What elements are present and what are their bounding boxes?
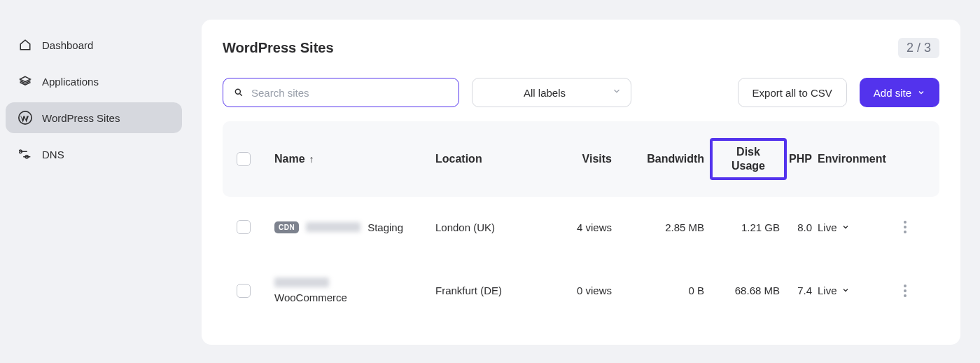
sidebar-item-dns[interactable]: DNS (6, 139, 182, 170)
export-csv-button[interactable]: Export all to CSV (738, 78, 847, 107)
sidebar-item-label: DNS (42, 149, 64, 160)
labels-select[interactable]: All labels (472, 78, 631, 107)
sites-table: Name ↑ Location Visits Bandwidth Disk Us… (223, 121, 939, 324)
sidebar-item-label: Applications (42, 76, 99, 88)
row-checkbox[interactable] (237, 220, 251, 234)
sidebar-item-wordpress-sites[interactable]: WordPress Sites (6, 102, 182, 133)
sidebar-item-dashboard[interactable]: Dashboard (6, 29, 182, 60)
cdn-badge: CDN (274, 221, 299, 233)
column-header-php[interactable]: PHP (787, 153, 818, 165)
card-header: WordPress Sites 2 / 3 (223, 38, 939, 58)
redacted-site-name (306, 222, 360, 232)
environment-select[interactable]: Live (818, 221, 850, 233)
cell-bandwidth: 0 B (626, 285, 710, 296)
wordpress-icon (18, 111, 32, 125)
labels-select-value: All labels (524, 87, 566, 99)
sites-card: WordPress Sites 2 / 3 All labels (202, 20, 960, 345)
sidebar-item-label: WordPress Sites (42, 112, 120, 124)
chevron-down-icon (917, 87, 925, 99)
main-content: WordPress Sites 2 / 3 All labels (188, 0, 980, 363)
column-header-bandwidth[interactable]: Bandwidth (626, 153, 710, 165)
column-header-location[interactable]: Location (435, 153, 533, 165)
search-icon (234, 88, 244, 97)
table-header: Name ↑ Location Visits Bandwidth Disk Us… (223, 121, 939, 197)
layers-icon (18, 74, 32, 88)
page-title: WordPress Sites (223, 40, 334, 56)
cell-visits: 4 views (533, 221, 626, 233)
search-wrap (223, 78, 459, 107)
add-site-label: Add site (874, 87, 911, 99)
redacted-site-name (274, 278, 329, 287)
cell-location: London (UK) (435, 221, 533, 233)
toolbar: All labels Export all to CSV Add site (223, 78, 939, 107)
dns-icon (18, 147, 32, 161)
column-header-disk-usage[interactable]: Disk Usage (710, 138, 787, 180)
cell-php: 8.0 (787, 221, 818, 233)
row-checkbox[interactable] (237, 284, 251, 298)
environment-select[interactable]: Live (818, 285, 850, 296)
sidebar-item-applications[interactable]: Applications (6, 66, 182, 97)
cell-disk-usage: 68.68 MB (710, 285, 787, 296)
search-input[interactable] (223, 78, 459, 107)
table-row: WooCommerce Frankfurt (DE) 0 views 0 B 6… (223, 258, 939, 324)
chevron-down-icon (841, 221, 850, 233)
row-actions-menu[interactable] (895, 280, 916, 301)
table-row: CDN Staging London (UK) 4 views 2.85 MB … (223, 197, 939, 258)
column-header-name[interactable]: Name ↑ (274, 153, 435, 165)
sidebar: Dashboard Applications WordPress Sites D… (0, 0, 188, 363)
column-header-visits[interactable]: Visits (533, 153, 626, 165)
cell-disk-usage: 1.21 GB (710, 221, 787, 233)
sort-ascending-icon: ↑ (309, 153, 314, 165)
site-counter: 2 / 3 (898, 38, 939, 58)
chevron-down-icon (841, 285, 850, 296)
column-header-environment[interactable]: Environment (818, 153, 895, 165)
home-icon (18, 38, 32, 52)
cell-php: 7.4 (787, 285, 818, 296)
cell-bandwidth: 2.85 MB (626, 221, 710, 233)
cell-visits: 0 views (533, 285, 626, 296)
sidebar-item-label: Dashboard (42, 39, 93, 51)
row-actions-menu[interactable] (895, 217, 916, 238)
svg-point-1 (235, 89, 240, 94)
labels-select-wrap: All labels (472, 78, 631, 107)
site-name-suffix[interactable]: Staging (368, 221, 403, 233)
export-csv-label: Export all to CSV (752, 87, 832, 99)
select-all-checkbox[interactable] (237, 152, 251, 166)
cell-location: Frankfurt (DE) (435, 285, 533, 296)
add-site-button[interactable]: Add site (860, 78, 939, 107)
site-name-suffix[interactable]: WooCommerce (274, 292, 347, 303)
